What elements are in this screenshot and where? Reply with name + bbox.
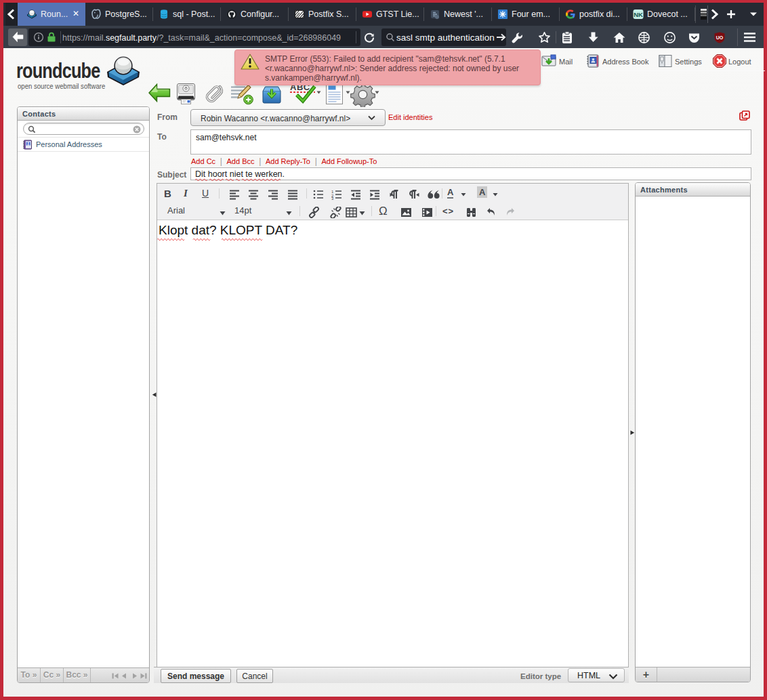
svg-text:NK: NK bbox=[634, 11, 643, 18]
svg-text:UO: UO bbox=[716, 35, 724, 40]
svg-text:3: 3 bbox=[331, 197, 334, 200]
